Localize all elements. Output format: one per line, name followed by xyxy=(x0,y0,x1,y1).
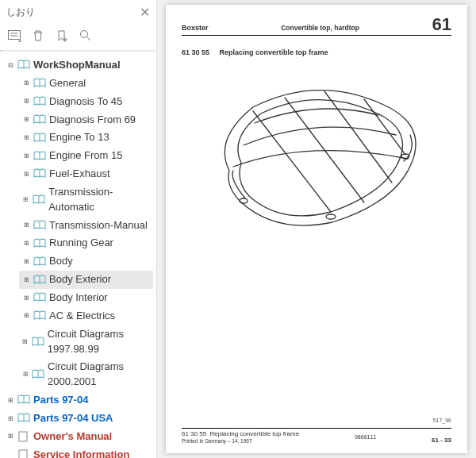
tree-item-body[interactable]: ⊞Body xyxy=(19,252,153,271)
book-icon xyxy=(33,220,46,231)
page-footer: 61 30 55 Replacing convertible top frame… xyxy=(182,428,451,444)
tree-item-transman[interactable]: ⊞Transmission-Manual xyxy=(19,217,153,235)
expand-icon[interactable]: ⊞ xyxy=(22,79,30,87)
node-label: Circuit Diagrams 1997.98.99 xyxy=(48,327,150,357)
node-label: Owner's Manual xyxy=(33,429,112,445)
figure-diagram xyxy=(182,56,451,418)
page-icon xyxy=(17,449,30,458)
tree-item-transauto[interactable]: ⊞Transmission-Automatic xyxy=(19,183,153,217)
expand-icon[interactable]: ⊞ xyxy=(22,240,30,248)
header-model: Boxster xyxy=(182,24,209,32)
figure-number: 517_96 xyxy=(182,418,451,423)
search-icon[interactable] xyxy=(78,28,94,44)
expand-icon[interactable]: ⊞ xyxy=(22,116,30,124)
book-icon xyxy=(17,413,30,424)
node-label: Service Information xyxy=(33,448,129,458)
node-label: AC & Electrics xyxy=(49,309,115,324)
tree-item-fuel[interactable]: ⊞Fuel-Exhaust xyxy=(19,165,153,183)
tree-item-engine13[interactable]: ⊞Engine To 13 xyxy=(19,129,153,147)
node-label: Transmission-Manual xyxy=(49,218,148,233)
expand-icon[interactable]: ⊞ xyxy=(22,276,30,284)
tree-item-parts9704usa[interactable]: ⊞Parts 97-04 USA xyxy=(3,410,153,428)
tree-item-cd2000[interactable]: ⊞Circuit Diagrams 2000.2001 xyxy=(19,358,153,391)
tree-item-cd97[interactable]: ⊞Circuit Diagrams 1997.98.99 xyxy=(19,325,153,359)
book-icon xyxy=(33,133,46,144)
book-icon xyxy=(33,275,46,286)
book-icon xyxy=(33,96,46,107)
node-label: Parts 97-04 USA xyxy=(33,411,113,426)
node-label: WorkShopManual xyxy=(33,58,121,73)
footer-text: Replacing convertible top frame xyxy=(210,430,300,437)
book-icon xyxy=(33,151,46,162)
tree-item-acelec[interactable]: ⊞AC & Electrics xyxy=(19,307,153,325)
options-icon[interactable] xyxy=(6,28,22,44)
close-icon[interactable]: ✕ xyxy=(140,5,150,20)
book-icon xyxy=(33,194,45,206)
title-code: 61 30 55 xyxy=(182,48,209,56)
book-icon xyxy=(33,78,46,89)
node-label: Circuit Diagrams 2000.2001 xyxy=(48,360,150,390)
expand-icon[interactable]: ⊞ xyxy=(6,414,14,422)
book-icon xyxy=(33,256,46,267)
book-icon xyxy=(33,292,46,303)
book-icon xyxy=(17,394,30,406)
leaf-icon xyxy=(6,451,14,458)
sidebar-toolbar xyxy=(0,25,156,50)
svg-point-28 xyxy=(326,214,336,219)
tree-item-diag45[interactable]: ⊞Diagnosis To 45 xyxy=(19,93,153,111)
svg-line-7 xyxy=(87,37,91,41)
title-text: Replacing convertible top frame xyxy=(220,48,328,56)
book-icon xyxy=(17,60,30,71)
tree-item-engine15[interactable]: ⊞Engine From 15 xyxy=(19,147,153,165)
header-chapter: 61 xyxy=(432,16,451,33)
document-viewport[interactable]: Boxster Convertible top, hardtop 61 61 3… xyxy=(157,0,476,458)
expand-icon[interactable]: ⊞ xyxy=(22,152,30,160)
tree-item-bodyext[interactable]: ⊞Body Exterior xyxy=(19,271,153,289)
sidebar-header: しおり ✕ xyxy=(0,0,156,25)
footer-print: Printed in Germany – 14, 1997 xyxy=(182,438,299,444)
tree-item-running[interactable]: ⊞Running Gear xyxy=(19,234,153,252)
add-bookmark-icon[interactable] xyxy=(54,28,70,44)
tree-children: ⊞General ⊞Diagnosis To 45 ⊞Diagnosis Fro… xyxy=(3,75,153,391)
node-label: General xyxy=(49,76,86,91)
collapse-icon[interactable]: ⊟ xyxy=(6,61,14,69)
tree-item-diag69[interactable]: ⊞Diagnosis From 69 xyxy=(19,111,153,129)
expand-icon[interactable]: ⊞ xyxy=(22,98,30,106)
svg-rect-0 xyxy=(9,31,21,40)
expand-icon[interactable]: ⊞ xyxy=(6,433,14,441)
delete-icon[interactable] xyxy=(30,28,46,44)
expand-icon[interactable]: ⊞ xyxy=(22,371,29,379)
footer-page: 61 - 33 xyxy=(432,437,451,444)
expand-icon[interactable]: ⊞ xyxy=(22,221,30,229)
tree-item-general[interactable]: ⊞General xyxy=(19,75,153,93)
expand-icon[interactable]: ⊞ xyxy=(22,294,30,302)
tree-item-owners[interactable]: ⊞Owner's Manual xyxy=(3,428,153,446)
expand-icon[interactable]: ⊞ xyxy=(22,170,30,178)
expand-icon[interactable]: ⊞ xyxy=(22,134,30,142)
expand-icon[interactable]: ⊞ xyxy=(22,312,30,320)
node-label: Diagnosis To 45 xyxy=(49,94,122,110)
book-icon xyxy=(33,114,46,125)
expand-icon[interactable]: ⊞ xyxy=(22,338,29,346)
expand-icon[interactable]: ⊞ xyxy=(22,196,29,204)
node-label: Transmission-Automatic xyxy=(48,185,150,215)
expand-icon[interactable]: ⊞ xyxy=(22,258,30,266)
tree-root-workshopmanual[interactable]: ⊟ WorkShopManual xyxy=(3,56,153,75)
book-icon xyxy=(32,369,44,380)
expand-icon[interactable]: ⊞ xyxy=(6,396,14,404)
node-label: Parts 97-04 xyxy=(33,393,88,408)
footer-code: 61 30 55 xyxy=(182,430,206,437)
node-label: Running Gear xyxy=(49,236,113,251)
bookmarks-sidebar: しおり ✕ ⊟ WorkShopManual ⊞General ⊞Diagnos… xyxy=(0,0,157,458)
tree-item-bodyint[interactable]: ⊞Body Interior xyxy=(19,289,153,307)
svg-marker-3 xyxy=(18,40,21,42)
svg-rect-26 xyxy=(19,432,27,441)
node-label: Body Exterior xyxy=(49,272,111,287)
tree-item-service[interactable]: Service Information xyxy=(3,446,153,458)
book-icon xyxy=(33,238,46,249)
sidebar-title: しおり xyxy=(6,6,35,19)
tree-item-parts9704[interactable]: ⊞Parts 97-04 xyxy=(3,391,153,410)
bookmark-tree: ⊟ WorkShopManual ⊞General ⊞Diagnosis To … xyxy=(0,52,156,458)
book-icon xyxy=(33,310,46,321)
book-icon xyxy=(32,337,44,348)
